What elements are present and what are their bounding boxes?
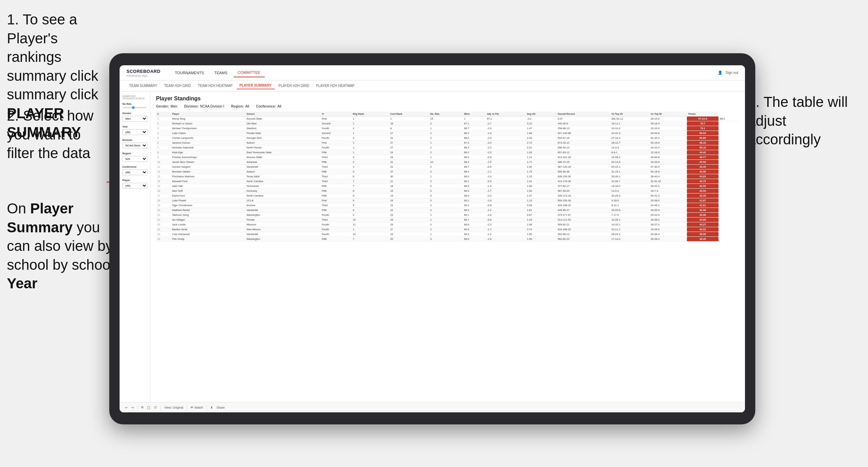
no-rds-slider[interactable]	[122, 107, 146, 108]
table-row[interactable]: 10Jacob Skov OlesenArkansasFifth2211068.…	[156, 160, 739, 165]
slider-thumb	[132, 106, 135, 109]
table-row[interactable]: 13Phichaksn MaichonTexas A&MThird630169.…	[156, 174, 739, 179]
table-row[interactable]: 15Jake HallTennesseeFifth718068.5-1.51.6…	[156, 184, 739, 189]
table-body: 1Wenyi DingArizona StateFirst1115167.1-3…	[156, 116, 739, 242]
nav-tab-teams[interactable]: TEAMS	[210, 69, 232, 77]
table-row[interactable]: 23Jack LundinMissouriFourth1124068.6-2.3…	[156, 222, 739, 227]
table-header: # Player School Yr Reg Rank Conf Rank No…	[156, 112, 739, 116]
table-row[interactable]: 24Bastien AmatNew MexicoFourth127269.4-1…	[156, 227, 739, 232]
player-select[interactable]: (All)	[122, 183, 147, 189]
sub-tab-player-summary[interactable]: PLAYER SUMMARY	[237, 82, 275, 89]
header-row: # Player School Yr Reg Rank Conf Rank No…	[156, 112, 739, 116]
year-section: Year (All)	[122, 125, 147, 135]
region-filter: Region: All	[231, 104, 249, 108]
timer-btn[interactable]: ⏱	[154, 406, 157, 409]
export-btn[interactable]: ⬇	[210, 406, 213, 409]
sidebar-filters: Update time: 27/03/2024 16:56:26 No Rds.…	[120, 91, 151, 402]
nav-tab-committee[interactable]: COMMITTEE	[234, 68, 265, 77]
logo: SCOREBOARD Powered by clipp	[126, 68, 160, 77]
standings-filters: Gender: Men Division: NCAA Division I Re…	[156, 104, 739, 108]
instruction-3-text: 3. The table will adjust accordingly	[748, 93, 861, 149]
table-row[interactable]: 5Christo LamprechtGeorgia TechFourth2212…	[156, 136, 739, 141]
gender-section: Gender Men	[122, 112, 147, 122]
table-row[interactable]: 9Preston SummerhaysArizona StateThird324…	[156, 155, 739, 160]
conference-section: Conference (All)	[122, 165, 147, 175]
sub-tab-player-h2h-grid[interactable]: PLAYER H2H GRID	[276, 82, 312, 89]
table-row[interactable]: 14Maxwell FordNorth CarolinaThird721069.…	[156, 179, 739, 184]
paste-btn[interactable]: 📋	[147, 406, 151, 409]
table-row[interactable]: 2Michael Le SassoOle MissSecond118067.1-…	[156, 121, 739, 126]
col-wins: Wins	[463, 112, 486, 116]
toolbar-divider-1	[137, 405, 138, 410]
col-adj: Adj. to Par	[486, 112, 525, 116]
division-filter: Division: NCAA Division I	[184, 104, 224, 108]
gender-select[interactable]: Men	[122, 116, 147, 122]
col-top50: Vs Top 50	[649, 112, 687, 116]
nav-tab-tournaments[interactable]: TOURNAMENTS	[171, 69, 208, 77]
update-time: Update time: 27/03/2024 16:56:26	[122, 95, 147, 100]
col-school: School	[245, 112, 321, 116]
col-rank: #	[156, 112, 171, 116]
sub-tab-team-summary[interactable]: TEAM SUMMARY	[126, 82, 160, 89]
table-row[interactable]: 25Cole SherwoodVanderbiltFourth1223169.3…	[156, 232, 739, 237]
col-top25: Vs Top 25	[610, 112, 649, 116]
player-section: Player (All)	[122, 179, 147, 189]
user-icon: 👤	[718, 70, 723, 75]
share-btn[interactable]: Share	[216, 406, 225, 409]
tablet-screen: SCOREBOARD Powered by clipp TOURNAMENTS …	[120, 65, 745, 412]
col-conf-rank: Conf Rank	[389, 112, 429, 116]
col-avg-sg: Avg SG	[526, 112, 556, 116]
sub-tab-team-h2h-heatmap[interactable]: TEAM H2H HEATMAP	[195, 82, 235, 89]
tablet-device: SCOREBOARD Powered by clipp TOURNAMENTS …	[109, 53, 755, 424]
table-row[interactable]: 11Gordon SargentVanderbiltThird421068.7-…	[156, 165, 739, 169]
region-select[interactable]: N/A	[122, 156, 147, 162]
watch-btn[interactable]: 👁 Watch	[190, 406, 203, 409]
toolbar-divider-4	[207, 405, 207, 410]
col-yr: Yr	[320, 112, 351, 116]
toolbar-divider-3	[187, 405, 187, 410]
instruction-2-text: 2. Select how you want to filter the dat…	[7, 107, 110, 163]
table-row[interactable]: 8Mats EgeEast Tennessee StateFifth124268…	[156, 150, 739, 155]
table-row[interactable]: 20Matthew RiedelVanderbiltFifth922068.5-…	[156, 208, 739, 213]
table-row[interactable]: 1Wenyi DingArizona StateFirst1115167.1-3…	[156, 116, 739, 121]
division-select[interactable]: NCAA Division I	[122, 143, 147, 148]
region-section: Region N/A	[122, 152, 147, 162]
table-row[interactable]: 22Ian GilliganFloridaThird1024168.7-0.81…	[156, 218, 739, 222]
main-nav: TOURNAMENTS TEAMS COMMITTEE	[171, 68, 718, 77]
division-section: Division NCAA Division I	[122, 138, 147, 148]
header-right: 👤 Sign out	[718, 70, 738, 75]
sub-tab-player-h2h-heatmap[interactable]: PLAYER H2H HEATMAP	[313, 82, 357, 89]
table-row[interactable]: 12Brendan ValdesAuburnFifth527068.4-1.11…	[156, 169, 739, 174]
table-row[interactable]: 17David FordNorth CarolinaFifth919069.0-…	[156, 193, 739, 198]
redo-btn[interactable]: ↪	[131, 406, 134, 409]
conference-filter: Conference: All	[256, 104, 281, 108]
standings-title: Player Standings	[156, 96, 739, 102]
col-overall: Overall Record	[556, 112, 610, 116]
table-row[interactable]: 4Luke ClatonFlorida StateSecond127268.2-…	[156, 131, 739, 136]
col-no-rds: No. Rds.	[429, 112, 463, 116]
copy-btn[interactable]: ⧉	[141, 405, 143, 409]
table-row[interactable]: 21Taehoon SongWashingtonFourth423169.1-1…	[156, 213, 739, 218]
table-row[interactable]: 3Michael ThorbjornsenStanfordFourth28168…	[156, 126, 739, 131]
no-rds-section: No Rds.	[122, 102, 147, 108]
table-area: Player Standings Gender: Men Division: N…	[151, 91, 745, 402]
table-row[interactable]: 16Alex GoffKentuckyFifth819068.3-1.71.92…	[156, 189, 739, 193]
view-btn[interactable]: View: Original	[164, 406, 183, 409]
bottom-toolbar: ↩ ↪ ⧉ 📋 ⏱ View: Original 👁 Watch ⬇ Share	[120, 402, 745, 412]
year-select[interactable]: (All)	[122, 129, 147, 135]
col-points: Points	[687, 112, 719, 116]
table-row[interactable]: 19Tiger ChristensenArizonaThird523269.2-…	[156, 203, 739, 208]
gender-filter: Gender: Men	[156, 104, 177, 108]
col-reg-rank: Reg Rank	[352, 112, 389, 116]
app-header: SCOREBOARD Powered by clipp TOURNAMENTS …	[120, 65, 745, 80]
table-row[interactable]: 26Petr HrubyWashingtonFifth725068.6-1.81…	[156, 237, 739, 242]
table-row[interactable]: 7Nicholas GabrelcikNorth FloridaFourth12…	[156, 145, 739, 150]
conference-select[interactable]: (All)	[122, 169, 147, 175]
table-row[interactable]: 18Luke PowellUCLAFirst424069.1-1.81.1350…	[156, 198, 739, 203]
table-row[interactable]: 6Jackson KoivunAuburnFirst127167.3-2.02.…	[156, 141, 739, 145]
player-standings-table: # Player School Yr Reg Rank Conf Rank No…	[156, 112, 739, 242]
sign-out-link[interactable]: Sign out	[725, 71, 738, 75]
undo-btn[interactable]: ↩	[125, 406, 128, 409]
toolbar-divider-2	[160, 405, 161, 410]
sub-tab-team-h2h-grid[interactable]: TEAM H2H GRID	[162, 82, 194, 89]
